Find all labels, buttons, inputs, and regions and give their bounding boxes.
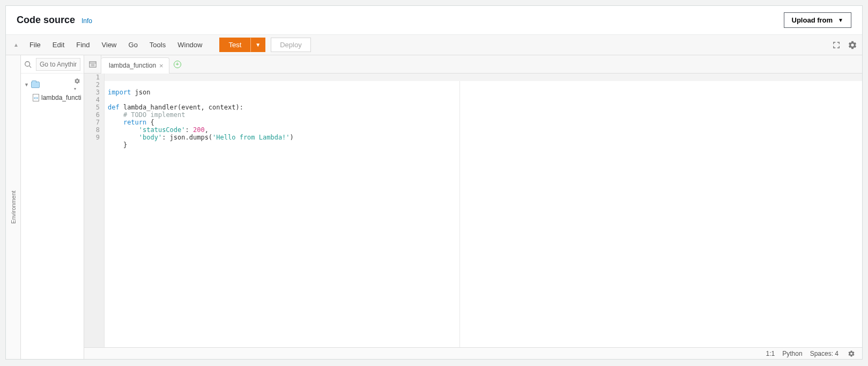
indent-setting[interactable]: Spaces: 4 xyxy=(810,350,839,357)
fullscreen-icon[interactable] xyxy=(831,40,842,50)
collapse-icon[interactable]: ▲ xyxy=(10,42,22,48)
menubar-right-icons xyxy=(831,40,858,50)
upload-from-button[interactable]: Upload from ▼ xyxy=(784,12,851,28)
search-icon[interactable] xyxy=(24,61,33,68)
file-tree: ▼ ▾ <> lambda_function.py xyxy=(21,74,84,106)
status-bar: 1:1 Python Spaces: 4 xyxy=(84,347,862,359)
status-gear-icon[interactable] xyxy=(846,348,857,359)
svg-point-0 xyxy=(25,61,30,66)
environment-rail[interactable]: Environment xyxy=(6,55,21,359)
editor-column: lambda_function × + 123456789 import jso… xyxy=(84,55,862,359)
tree-file-lambda[interactable]: <> lambda_function.py xyxy=(23,93,81,103)
chevron-down-icon: ▼ xyxy=(24,82,29,87)
caret-down-icon: ▼ xyxy=(838,17,843,23)
current-line-highlight xyxy=(105,74,862,81)
line-gutter: 123456789 xyxy=(84,74,105,347)
tab-label: lambda_function xyxy=(109,62,156,69)
code-editor[interactable]: 123456789 import json def lambda_handler… xyxy=(84,74,862,347)
folder-icon xyxy=(31,82,40,88)
panel-header: Code source Info Upload from ▼ xyxy=(6,6,862,35)
cursor-position[interactable]: 1:1 xyxy=(766,350,775,357)
plus-icon: + xyxy=(174,61,181,68)
language-mode[interactable]: Python xyxy=(782,350,802,357)
test-button[interactable]: Test xyxy=(219,38,250,52)
test-button-group: Test ▼ xyxy=(219,38,265,52)
deploy-button: Deploy xyxy=(271,38,310,52)
outline-toggle-icon[interactable] xyxy=(84,55,101,73)
action-buttons: Test ▼ Deploy xyxy=(219,38,310,52)
tree-file-label: lambda_function.py xyxy=(41,94,81,101)
tree-settings-icon[interactable]: ▾ xyxy=(74,78,80,92)
python-file-icon: <> xyxy=(33,94,39,101)
file-sidebar: ▼ ▾ <> lambda_function.py xyxy=(21,55,84,359)
info-link[interactable]: Info xyxy=(81,17,92,25)
code-content[interactable]: import json def lambda_handler(event, co… xyxy=(105,74,862,347)
environment-rail-label: Environment xyxy=(10,191,17,224)
sidebar-toolbar xyxy=(21,55,84,74)
page-title: Code source xyxy=(17,14,75,26)
close-icon[interactable]: × xyxy=(159,62,164,70)
header-left: Code source Info xyxy=(17,14,92,26)
tab-bar: lambda_function × + xyxy=(84,55,862,74)
menu-view[interactable]: View xyxy=(97,38,122,52)
test-dropdown-button[interactable]: ▼ xyxy=(250,38,265,52)
new-tab-button[interactable]: + xyxy=(169,55,186,73)
menu-file[interactable]: File xyxy=(24,38,46,52)
tree-root-folder[interactable]: ▼ ▾ xyxy=(23,77,81,93)
menu-tools[interactable]: Tools xyxy=(144,38,171,52)
upload-from-label: Upload from xyxy=(792,16,833,24)
menu-list: File Edit Find View Go Tools Window xyxy=(24,38,208,52)
code-source-panel: Code source Info Upload from ▼ ▲ File Ed… xyxy=(5,5,863,360)
menu-window[interactable]: Window xyxy=(172,38,207,52)
gear-icon[interactable] xyxy=(847,40,858,50)
ide-body: Environment ▼ ▾ <> lambda_fu xyxy=(6,55,862,359)
menu-find[interactable]: Find xyxy=(71,38,95,52)
menu-go[interactable]: Go xyxy=(123,38,143,52)
menu-edit[interactable]: Edit xyxy=(47,38,70,52)
tab-lambda-function[interactable]: lambda_function × xyxy=(101,57,169,73)
menubar: ▲ File Edit Find View Go Tools Window Te… xyxy=(6,35,862,55)
go-to-anything-input[interactable] xyxy=(36,58,80,71)
svg-line-1 xyxy=(29,65,32,68)
